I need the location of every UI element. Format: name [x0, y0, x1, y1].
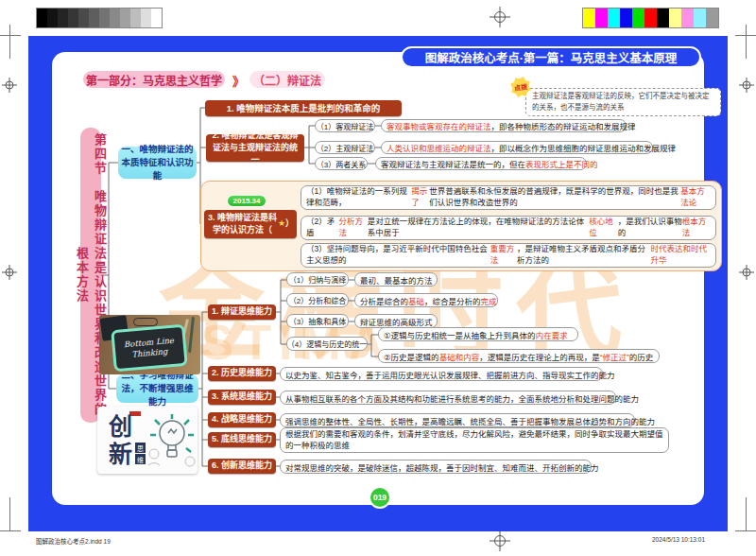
- bottomline-thinking-desc: 根据我们的需要和客观的条件，划清并坚守底线，尽力化解风险，避免最坏结果，同时争取…: [280, 427, 669, 453]
- topic3-point2: （2）矛盾分析方法是对立统一规律在方法论上的体现，在唯物辩证法的方法论体系中居于…: [301, 216, 716, 240]
- induction-deduction-label: （1）归纳与演绎: [286, 272, 349, 287]
- chapter-title-bar: 第四节 唯物辩证法是认识世界和改造世界的根本方法: [80, 128, 101, 423]
- objective-dialectics-desc: 客观事物或客观存在的辩证法，即各种物质形态的辩证运动和发展规律: [381, 119, 627, 132]
- relationship-desc: 客观辩证法与主观辩证法是统一的，但在表现形式上是不同的: [375, 157, 587, 170]
- topic3-point1: （1）唯物辩证法的一系列规律和范畴，揭示了世界普遍联系和永恒发展的普遍规律，既是…: [301, 185, 716, 210]
- systematic-thinking-label: 3. 系统思维能力: [208, 390, 276, 405]
- book-page: 金榜时代 ISTIMA: [0, 0, 756, 556]
- dialectical-thinking-label: 1. 辩证思维能力: [208, 304, 276, 320]
- abstract-concrete-desc: 辩证思维的高级形式: [354, 314, 438, 328]
- innovative-thinking-desc: 对常规思维的突破，是破除迷信，超越陈规，善于因时制宜、知难而进、开拓创新的能力: [280, 460, 592, 474]
- innovation-char-2: 新: [109, 443, 132, 466]
- logic-history-sub2: ②历史是逻辑的基础和内容，逻辑是历史在理论上的再现，是“修正过”的历史: [378, 349, 660, 363]
- analysis-synthesis-desc: 分析是综合的基础，综合是分析的完成: [354, 293, 498, 307]
- lightbulb-sketch-icon: [146, 412, 196, 471]
- historical-thinking-label: 2. 历史思维能力: [208, 366, 276, 381]
- strategic-thinking-label: 4. 战略思维能力: [208, 412, 276, 427]
- breadcrumb-section: （二）辩证法: [249, 71, 325, 88]
- branch1-topic2: 2. 唯物辩证法是客观辩证法与主观辩证法的统一: [206, 134, 304, 162]
- analysis-synthesis-label: （2）分析和综合: [286, 293, 349, 307]
- branch1-topic1: 1. 唯物辩证法本质上是批判的和革命的: [205, 100, 402, 116]
- innovation-sub-1: 思: [135, 443, 146, 453]
- topic3-point3: （3）坚持问题导向，是习近平新时代中国特色社会主义思想的重要方法，是辩证唯物主义…: [301, 243, 716, 268]
- pencil-prop: [188, 317, 195, 353]
- page-number-badge: 019: [369, 486, 391, 509]
- tip-burst-icon: 点拨: [511, 78, 530, 96]
- bottomline-thinking-label: 5. 底线思维能力: [208, 432, 276, 447]
- branch1-node: 一、唯物辩证法的本质特征和认识功能: [118, 147, 197, 179]
- subjective-dialectics-desc: 人类认识和思维运动的辩证法，即以概念作为思维细胞的辩证思维运动和发展规律: [381, 141, 653, 154]
- logic-history-sub1: ①逻辑与历史相统一是从抽象上升到具体的内在要求: [378, 327, 578, 341]
- tip-note: 主观辩证法是客观辩证法的反映，它们不是决定与被决定的关系，也不是源与流的关系: [525, 88, 721, 116]
- innovation-char-1: 创: [109, 415, 132, 439]
- branch2-node: 二、学习唯物辩证法，不断增强思维能力: [116, 374, 198, 403]
- chalkboard: Bottom Line Thinking: [111, 324, 188, 373]
- abstract-concrete-label: （3）抽象和具体: [286, 314, 349, 328]
- systematic-thinking-desc: 从事物相互联系的各个方面及其结构和功能进行系统思考的能力，全面系统地分析和处理问…: [280, 391, 616, 405]
- exam-year-tag: 2015.34: [227, 195, 266, 207]
- induction-deduction-desc: 最初、最基本的方法: [354, 272, 438, 287]
- historical-thinking-desc: 以史为鉴、知古鉴今，善于运用历史眼光认识发展规律、把握前进方向、指导现实工作的能…: [280, 367, 603, 381]
- subjective-dialectics-label: （2）主观辩证法: [315, 141, 375, 154]
- innovation-sub-chars: 思 维: [135, 443, 146, 465]
- breadcrumb-part: 第一部分：马克思主义哲学: [83, 71, 225, 88]
- chalkboard-text-line2: Thinking: [131, 346, 168, 359]
- strategic-thinking-desc: 强调思维的整体性、全局性、长期性，是高瞻远瞩、统揽全局、善于把握事物发展总体趋势…: [280, 413, 635, 427]
- logic-history-label: （4）逻辑与历史的统一: [286, 337, 368, 351]
- bottom-line-thinking-photo: Bottom Line Thinking: [99, 315, 200, 374]
- tip-burst-label: 点拨: [510, 77, 532, 98]
- objective-dialectics-label: （1）客观辩证法: [315, 119, 375, 132]
- breadcrumb-chevron-icon: 》: [232, 72, 245, 90]
- innovative-thinking-label: 6. 创新思维能力: [208, 459, 276, 474]
- branch1-topic3: 3. 唯物辩证法是科学的认识方法（★）: [204, 210, 297, 238]
- innovation-thinking-card: 创 新 思 维: [97, 407, 198, 474]
- innovation-sub-2: 维: [135, 454, 146, 464]
- relationship-label: （3）两者关系: [315, 157, 368, 170]
- glasses-prop: [133, 318, 158, 326]
- page-title: 图解政治核心考点·第一篇：马克思主义基本原理: [401, 46, 701, 68]
